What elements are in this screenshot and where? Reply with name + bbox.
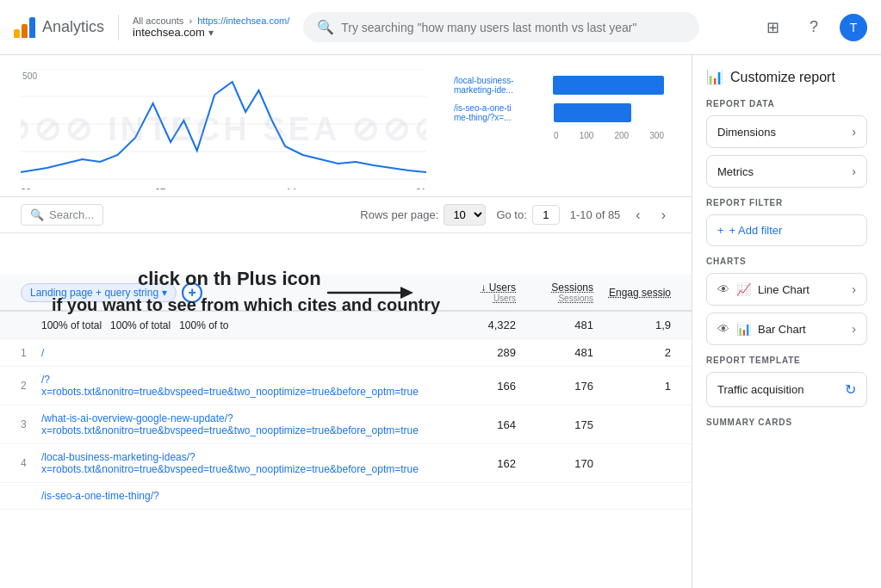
row-url-4[interactable]: /local-business-marketing-ideas/?x=robot…	[41, 451, 438, 475]
breadcrumb-url[interactable]: https://intechsea.com/	[197, 15, 289, 26]
eye-icon-bar: 👁	[717, 322, 729, 336]
row-sessions-1: 481	[516, 346, 593, 359]
customize-icon: 📊	[706, 69, 723, 85]
logo-bar-3	[29, 17, 35, 38]
row-url-1[interactable]: /	[41, 347, 438, 359]
x-label-2: 07Jul	[155, 187, 167, 189]
row-url-3[interactable]: /what-is-ai-overview-google-new-update/?…	[41, 412, 438, 436]
main-layout: ⊘⊘⊘ INTECH SEA ⊘⊘⊘ 500 30J	[0, 55, 881, 588]
table-row: 2 /?x=robots.txt&nonitro=true&bvspeed=tr…	[0, 367, 692, 405]
annotation-region: click on th Plus icon if you want to see…	[0, 275, 692, 312]
logo-bar-2	[22, 24, 28, 38]
row-num-1: 1	[21, 347, 41, 359]
help-button[interactable]: ?	[798, 12, 829, 43]
bar-visual-1	[553, 76, 664, 95]
bar-chart-row[interactable]: 👁 📊 Bar Chart ›	[706, 313, 867, 345]
col-sessions[interactable]: Sessions Sessions	[516, 282, 593, 303]
bar-axis-200: 200	[615, 131, 630, 140]
dimension-button[interactable]: Landing page + query string ▾	[21, 283, 177, 302]
template-icon[interactable]: ↻	[845, 381, 856, 398]
search-field-icon: 🔍	[30, 208, 44, 221]
dimensions-chevron-icon: ›	[852, 125, 856, 139]
template-value: Traffic acquisition	[717, 383, 803, 396]
bar-row-1: /local-business-marketing-ide...	[454, 76, 664, 95]
avatar[interactable]: T	[840, 14, 867, 41]
row-users-4: 162	[438, 457, 516, 470]
x-axis-labels: 30Jun 07Jul 14 21	[21, 187, 426, 189]
header-divider	[118, 15, 119, 40]
table-controls: 🔍 Search... Rows per page: 10 25 50 Go t…	[0, 197, 692, 233]
grid-icon-button[interactable]: ⊞	[757, 12, 788, 43]
bar-chart-side: /local-business-marketing-ide... /is-seo…	[447, 69, 671, 189]
logo-bar-1	[14, 29, 20, 38]
row-url-5[interactable]: /is-seo-a-one-time-thing/?	[41, 490, 438, 502]
bar-axis-300: 300	[649, 131, 664, 140]
search-placeholder: Search...	[49, 208, 94, 221]
bar-row-2: /is-seo-a-one-time-thing/?x=...	[454, 103, 664, 122]
plus-icon-button[interactable]: +	[182, 282, 202, 303]
chart-section: ⊘⊘⊘ INTECH SEA ⊘⊘⊘ 500 30J	[0, 55, 692, 197]
row-engaged-1: 2	[593, 346, 671, 359]
search-bar[interactable]: 🔍	[303, 12, 699, 42]
row-sessions-2: 176	[516, 380, 593, 393]
svg-text:500: 500	[22, 71, 37, 81]
metrics-chevron-icon: ›	[852, 164, 856, 178]
row-users-2: 166	[438, 380, 516, 393]
next-page-button[interactable]: ›	[656, 206, 671, 225]
dimensions-row[interactable]: Dimensions ›	[706, 115, 867, 148]
row-num-2: 2	[21, 380, 41, 392]
panel-title: 📊 Customize report	[706, 69, 867, 85]
charts-label: CHARTS	[706, 257, 867, 266]
bar-label-1: /local-business-marketing-ide...	[454, 76, 548, 95]
add-filter-plus-icon: +	[717, 224, 724, 237]
rows-per-page: Rows per page: 10 25 50	[360, 204, 486, 226]
help-icon: ?	[810, 18, 818, 36]
bar-chart-icon: 📊	[736, 322, 751, 336]
totals-label: 100% of total 100% of total 100% of to	[41, 319, 438, 331]
col-users[interactable]: ↓ Users Users	[438, 282, 516, 303]
account-name-selector[interactable]: intechsea.com ▾	[133, 26, 289, 39]
prev-page-button[interactable]: ‹	[630, 206, 645, 225]
app-title: Analytics	[42, 18, 104, 36]
sessions-sub: Sessions	[558, 294, 593, 303]
goto-input[interactable]	[532, 205, 560, 225]
line-chart-label: Line Chart	[758, 283, 810, 296]
col-engaged[interactable]: Engag sessio	[593, 287, 671, 299]
rows-per-page-select[interactable]: 10 25 50	[444, 204, 486, 226]
row-url-2[interactable]: /?x=robots.txt&nonitro=true&bvspeed=true…	[41, 374, 438, 398]
page-info: 1-10 of 85	[570, 208, 621, 221]
totals-users: 4,322	[438, 319, 516, 331]
ga-logo	[14, 17, 35, 38]
account-chevron-icon: ▾	[208, 27, 214, 39]
eye-icon-line: 👁	[717, 282, 729, 296]
header-actions: ⊞ ? T	[757, 12, 867, 43]
report-data-label: REPORT DATA	[706, 99, 867, 108]
col-dimension: Landing page + query string ▾ +	[21, 282, 438, 303]
metrics-row[interactable]: Metrics ›	[706, 155, 867, 188]
line-chart-icon: 📈	[736, 282, 751, 296]
table-row: 3 /what-is-ai-overview-google-new-update…	[0, 405, 692, 444]
breadcrumb-prefix: All accounts	[133, 15, 183, 26]
report-filter-label: REPORT FILTER	[706, 198, 867, 207]
line-chart-svg: 500	[21, 69, 426, 181]
line-chart-area: ⊘⊘⊘ INTECH SEA ⊘⊘⊘ 500 30J	[21, 69, 426, 189]
table-row: 1 / 289 481 2	[0, 339, 692, 367]
bar-chart-chevron-icon: ›	[852, 322, 856, 336]
bar-chart-row-left: 👁 📊 Bar Chart	[717, 322, 806, 336]
bar-axis-100: 100	[580, 131, 594, 140]
bar-chart-label: Bar Chart	[758, 323, 806, 336]
report-template-label: REPORT TEMPLATE	[706, 356, 867, 365]
line-chart-row-left: 👁 📈 Line Chart	[717, 282, 810, 296]
data-table: 1 / 289 481 2 2 /?x=robots.txt&nonitro=t…	[0, 339, 692, 510]
top-header: Analytics All accounts › https://intechs…	[0, 0, 881, 55]
logo-area: Analytics	[14, 17, 104, 38]
grid-icon: ⊞	[766, 18, 779, 37]
bar-visual-2	[554, 103, 631, 122]
bar-axis-0: 0	[554, 131, 559, 140]
row-sessions-3: 175	[516, 418, 593, 431]
x-label-1: 30Jun	[21, 187, 36, 189]
search-field[interactable]: 🔍 Search...	[21, 204, 103, 226]
add-filter-button[interactable]: + + Add filter	[706, 214, 867, 246]
line-chart-row[interactable]: 👁 📈 Line Chart ›	[706, 273, 867, 306]
search-input[interactable]	[341, 21, 686, 34]
